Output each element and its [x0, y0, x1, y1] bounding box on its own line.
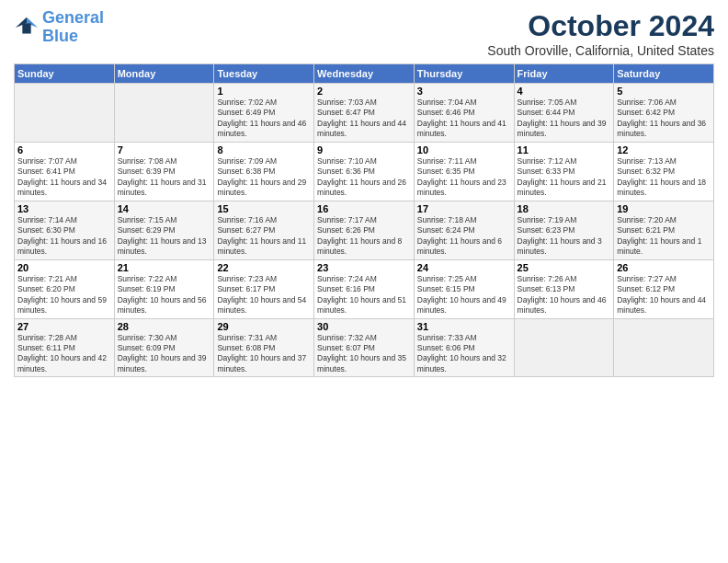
header-friday: Friday [514, 64, 614, 84]
day-info: Sunrise: 7:13 AM Sunset: 6:32 PM Dayligh… [617, 156, 711, 199]
calendar-day: 25Sunrise: 7:26 AM Sunset: 6:13 PM Dayli… [514, 259, 614, 318]
day-number: 16 [317, 203, 411, 214]
day-info: Sunrise: 7:24 AM Sunset: 6:16 PM Dayligh… [317, 274, 411, 316]
day-info: Sunrise: 7:23 AM Sunset: 6:17 PM Dayligh… [217, 274, 311, 316]
weekday-header-row: Sunday Monday Tuesday Wednesday Thursday… [15, 64, 714, 84]
day-number: 18 [518, 203, 611, 214]
calendar-week-2: 6Sunrise: 7:07 AM Sunset: 6:41 PM Daylig… [15, 142, 714, 201]
day-number: 3 [417, 86, 511, 97]
calendar-week-1: 1Sunrise: 7:02 AM Sunset: 6:49 PM Daylig… [15, 84, 714, 143]
calendar-day: 21Sunrise: 7:22 AM Sunset: 6:19 PM Dayli… [114, 259, 214, 318]
calendar-day: 15Sunrise: 7:16 AM Sunset: 6:27 PM Dayli… [214, 201, 314, 259]
calendar-day: 4Sunrise: 7:05 AM Sunset: 6:44 PM Daylig… [514, 84, 614, 143]
day-number: 20 [17, 262, 111, 273]
day-info: Sunrise: 7:15 AM Sunset: 6:29 PM Dayligh… [118, 215, 211, 258]
page-container: General Blue October 2024 South Oroville… [0, 0, 728, 386]
location: South Oroville, California, United State… [487, 43, 714, 58]
calendar-day [15, 84, 115, 143]
day-info: Sunrise: 7:25 AM Sunset: 6:15 PM Dayligh… [417, 274, 511, 316]
day-number: 24 [417, 262, 511, 273]
day-info: Sunrise: 7:31 AM Sunset: 6:08 PM Dayligh… [217, 333, 311, 375]
logo-text: General Blue [42, 9, 104, 46]
day-info: Sunrise: 7:30 AM Sunset: 6:09 PM Dayligh… [118, 333, 211, 375]
logo: General Blue [14, 9, 104, 46]
logo-icon [14, 15, 40, 40]
day-number: 27 [17, 321, 111, 332]
day-number: 15 [217, 203, 311, 214]
calendar-day: 24Sunrise: 7:25 AM Sunset: 6:15 PM Dayli… [414, 259, 514, 318]
day-number: 11 [518, 144, 611, 155]
day-info: Sunrise: 7:05 AM Sunset: 6:44 PM Dayligh… [518, 98, 611, 140]
day-info: Sunrise: 7:33 AM Sunset: 6:06 PM Dayligh… [417, 333, 511, 375]
calendar-week-4: 20Sunrise: 7:21 AM Sunset: 6:20 PM Dayli… [15, 259, 714, 318]
day-info: Sunrise: 7:10 AM Sunset: 6:36 PM Dayligh… [317, 156, 411, 199]
calendar-day: 9Sunrise: 7:10 AM Sunset: 6:36 PM Daylig… [314, 142, 415, 201]
day-info: Sunrise: 7:17 AM Sunset: 6:26 PM Dayligh… [317, 215, 411, 258]
day-number: 1 [217, 86, 311, 97]
svg-rect-2 [22, 23, 30, 33]
day-info: Sunrise: 7:02 AM Sunset: 6:49 PM Dayligh… [217, 98, 311, 140]
calendar-day: 12Sunrise: 7:13 AM Sunset: 6:32 PM Dayli… [614, 142, 714, 201]
day-info: Sunrise: 7:08 AM Sunset: 6:39 PM Dayligh… [118, 156, 211, 199]
page-header: General Blue October 2024 South Oroville… [14, 9, 714, 58]
calendar-day: 16Sunrise: 7:17 AM Sunset: 6:26 PM Dayli… [314, 201, 415, 259]
calendar-week-3: 13Sunrise: 7:14 AM Sunset: 6:30 PM Dayli… [15, 201, 714, 259]
calendar-day: 14Sunrise: 7:15 AM Sunset: 6:29 PM Dayli… [114, 201, 214, 259]
calendar-table: Sunday Monday Tuesday Wednesday Thursday… [14, 63, 714, 377]
calendar-day: 31Sunrise: 7:33 AM Sunset: 6:06 PM Dayli… [414, 318, 514, 377]
day-number: 4 [518, 86, 611, 97]
calendar-week-5: 27Sunrise: 7:28 AM Sunset: 6:11 PM Dayli… [15, 318, 714, 377]
month-title: October 2024 [487, 9, 714, 43]
calendar-day [114, 84, 214, 143]
day-info: Sunrise: 7:32 AM Sunset: 6:07 PM Dayligh… [317, 333, 411, 375]
day-number: 21 [118, 262, 211, 273]
day-info: Sunrise: 7:12 AM Sunset: 6:33 PM Dayligh… [518, 156, 611, 199]
day-info: Sunrise: 7:19 AM Sunset: 6:23 PM Dayligh… [518, 215, 611, 258]
calendar-day: 20Sunrise: 7:21 AM Sunset: 6:20 PM Dayli… [15, 259, 115, 318]
day-number: 29 [217, 321, 311, 332]
day-number: 5 [617, 86, 711, 97]
calendar-day [614, 318, 714, 377]
day-info: Sunrise: 7:04 AM Sunset: 6:46 PM Dayligh… [417, 98, 511, 140]
day-info: Sunrise: 7:11 AM Sunset: 6:35 PM Dayligh… [417, 156, 511, 199]
title-block: October 2024 South Oroville, California,… [487, 9, 714, 58]
day-number: 14 [118, 203, 211, 214]
logo-general: General [42, 8, 104, 27]
header-saturday: Saturday [614, 64, 714, 84]
calendar-day: 11Sunrise: 7:12 AM Sunset: 6:33 PM Dayli… [514, 142, 614, 201]
day-number: 2 [317, 86, 411, 97]
calendar-day: 29Sunrise: 7:31 AM Sunset: 6:08 PM Dayli… [214, 318, 314, 377]
day-number: 31 [417, 321, 511, 332]
calendar-day: 13Sunrise: 7:14 AM Sunset: 6:30 PM Dayli… [15, 201, 115, 259]
day-number: 9 [317, 144, 411, 155]
day-info: Sunrise: 7:06 AM Sunset: 6:42 PM Dayligh… [617, 98, 711, 140]
calendar-day: 26Sunrise: 7:27 AM Sunset: 6:12 PM Dayli… [614, 259, 714, 318]
calendar-day: 2Sunrise: 7:03 AM Sunset: 6:47 PM Daylig… [314, 84, 415, 143]
calendar-day: 3Sunrise: 7:04 AM Sunset: 6:46 PM Daylig… [414, 84, 514, 143]
day-number: 6 [17, 144, 111, 155]
day-number: 8 [217, 144, 311, 155]
day-number: 23 [317, 262, 411, 273]
calendar-day: 28Sunrise: 7:30 AM Sunset: 6:09 PM Dayli… [114, 318, 214, 377]
calendar-day: 1Sunrise: 7:02 AM Sunset: 6:49 PM Daylig… [214, 84, 314, 143]
day-info: Sunrise: 7:20 AM Sunset: 6:21 PM Dayligh… [617, 215, 711, 258]
day-number: 26 [617, 262, 711, 273]
calendar-day: 17Sunrise: 7:18 AM Sunset: 6:24 PM Dayli… [414, 201, 514, 259]
day-info: Sunrise: 7:09 AM Sunset: 6:38 PM Dayligh… [217, 156, 311, 199]
calendar-day: 22Sunrise: 7:23 AM Sunset: 6:17 PM Dayli… [214, 259, 314, 318]
calendar-day: 19Sunrise: 7:20 AM Sunset: 6:21 PM Dayli… [614, 201, 714, 259]
day-info: Sunrise: 7:07 AM Sunset: 6:41 PM Dayligh… [17, 156, 111, 199]
logo-blue: Blue [42, 27, 78, 45]
calendar-day: 8Sunrise: 7:09 AM Sunset: 6:38 PM Daylig… [214, 142, 314, 201]
day-number: 25 [518, 262, 611, 273]
calendar-day: 18Sunrise: 7:19 AM Sunset: 6:23 PM Dayli… [514, 201, 614, 259]
day-number: 30 [317, 321, 411, 332]
day-info: Sunrise: 7:14 AM Sunset: 6:30 PM Dayligh… [17, 215, 111, 258]
calendar-day: 10Sunrise: 7:11 AM Sunset: 6:35 PM Dayli… [414, 142, 514, 201]
day-number: 12 [617, 144, 711, 155]
calendar-day: 7Sunrise: 7:08 AM Sunset: 6:39 PM Daylig… [114, 142, 214, 201]
day-info: Sunrise: 7:03 AM Sunset: 6:47 PM Dayligh… [317, 98, 411, 140]
calendar-day: 30Sunrise: 7:32 AM Sunset: 6:07 PM Dayli… [314, 318, 415, 377]
header-monday: Monday [114, 64, 214, 84]
day-info: Sunrise: 7:18 AM Sunset: 6:24 PM Dayligh… [417, 215, 511, 258]
